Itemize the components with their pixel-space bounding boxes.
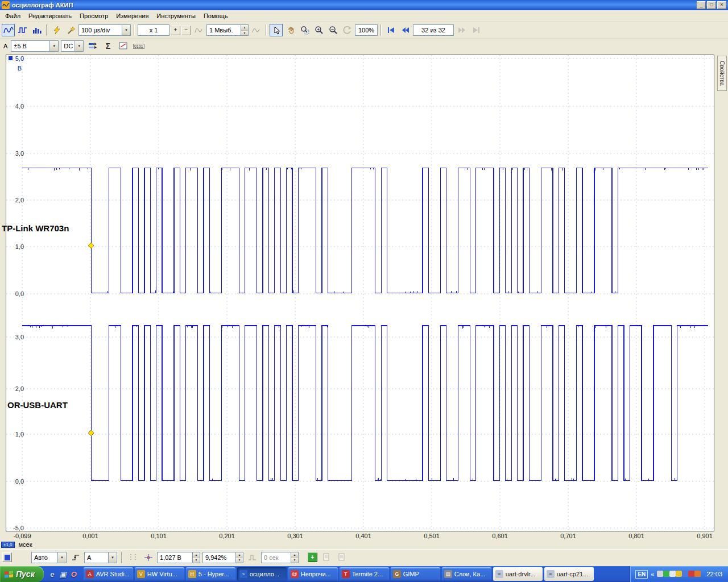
language-indicator[interactable]: EN: [635, 570, 648, 579]
main-toolbar: 100 µs/div ▼ x 1 + − 1 Мвыб. ▲▼: [0, 22, 728, 39]
channel-options-button[interactable]: [86, 40, 99, 52]
channel-range-select[interactable]: ±5 В ▼: [11, 40, 59, 52]
antivirus-tray-icon[interactable]: [663, 571, 669, 577]
waveform-display[interactable]: 5,04,03,02,01,00,0В3,02,01,00,0-5,0: [6, 55, 714, 531]
trigger-position-spinner[interactable]: 9,942% ▲▼: [202, 552, 243, 563]
dropdown-arrow-icon[interactable]: ▼: [57, 552, 66, 563]
channel-coupling-select[interactable]: DC ▼: [61, 40, 84, 52]
cursor-tool-button[interactable]: [126, 551, 139, 564]
separator: [121, 552, 122, 563]
hyperterminal-icon: H: [188, 570, 196, 578]
task-button-uart-drvlr-doc[interactable]: ≡uart-drvlr...: [493, 567, 543, 581]
zoom-level-field[interactable]: 100%: [355, 24, 378, 36]
buffer-size-spinner[interactable]: 1 Мвыб. ▲▼: [206, 24, 249, 36]
spinner-buttons[interactable]: ▲▼: [235, 552, 243, 563]
menu-item-5[interactable]: Помощь: [200, 11, 232, 21]
internet-explorer-icon[interactable]: e: [48, 569, 57, 579]
trigger-channel-color-button[interactable]: [2, 552, 12, 562]
pan-hand-tool-button[interactable]: [284, 24, 297, 36]
show-desktop-icon[interactable]: ▣: [59, 569, 68, 579]
frame-counter-field[interactable]: 32 из 32: [413, 24, 454, 36]
spinner-buttons: ▲▼: [291, 552, 298, 563]
logic-mode-button[interactable]: [16, 24, 29, 36]
task-button-mail-unread[interactable]: @Непрочи...: [288, 567, 338, 581]
menu-item-1[interactable]: Редактировать: [24, 11, 76, 21]
zoom-undo-button: [341, 24, 354, 36]
trigger-edge-button[interactable]: [69, 551, 82, 564]
separator: [380, 24, 382, 36]
spectrum-mode-button[interactable]: [30, 24, 43, 36]
pointer-tool-button[interactable]: [270, 24, 283, 36]
autosetup-wand-button[interactable]: [64, 24, 77, 36]
task-button-avr-studio[interactable]: AAVR Studi...: [84, 567, 133, 581]
channel-coupling-value: DC: [61, 43, 75, 49]
task-button-oscilloscope[interactable]: ~осцилло...: [237, 567, 287, 581]
dropdown-arrow-icon[interactable]: ▼: [122, 25, 130, 35]
svg-text:4,0: 4,0: [15, 103, 24, 110]
title-bar: осциллограф АКИП _ □ ×: [0, 0, 728, 10]
task-button-hyperterminal[interactable]: H5 - Hyper...: [186, 567, 235, 581]
trigger-source-select[interactable]: A ▼: [84, 552, 117, 563]
separator: [266, 24, 267, 36]
task-button-termite[interactable]: TTermite 2...: [340, 567, 389, 581]
math-channel-button[interactable]: [117, 40, 130, 52]
trigger-mode-select[interactable]: Авто ▼: [31, 552, 67, 563]
scale-plus-button[interactable]: +: [171, 26, 180, 35]
scale-minus-button[interactable]: −: [181, 26, 191, 35]
start-button[interactable]: Пуск: [0, 566, 44, 582]
maximize-button[interactable]: □: [707, 1, 716, 9]
dropdown-arrow-icon[interactable]: ▼: [108, 552, 117, 563]
messenger-tray-icon[interactable]: [682, 571, 688, 577]
prev-frame-button[interactable]: [399, 24, 412, 36]
add-measurement-button[interactable]: +: [308, 552, 317, 562]
trace-label-usbuart: OR-USB-UART: [7, 400, 68, 410]
update-tray-icon[interactable]: [694, 571, 701, 577]
holdoff-pulse-icon: [246, 551, 259, 564]
crosshair-tool-button[interactable]: [142, 551, 155, 564]
spinner-buttons[interactable]: ▲▼: [192, 552, 200, 563]
gimp-layers-icon: ▤: [444, 570, 452, 578]
close-button[interactable]: ×: [717, 1, 726, 9]
tray-chevron-icon[interactable]: «: [651, 571, 654, 577]
gimp-icon: G: [393, 570, 401, 578]
logic-analyzer-button[interactable]: 0101: [132, 40, 145, 52]
alert-tray-icon[interactable]: [688, 571, 694, 577]
menu-item-0[interactable]: Файл: [1, 11, 24, 21]
dropdown-arrow-icon[interactable]: ▼: [75, 41, 83, 51]
taskbar-clock: 22:03: [706, 571, 722, 577]
trigger-position-value: 9,942%: [203, 554, 235, 561]
task-button-gimp[interactable]: GGIMP: [391, 567, 440, 581]
task-label: осцилло...: [250, 571, 279, 577]
menu-item-2[interactable]: Просмотр: [76, 11, 112, 21]
scope-mode-button[interactable]: [2, 24, 15, 36]
zoom-in-button[interactable]: [312, 24, 325, 36]
opera-icon[interactable]: O: [69, 569, 78, 579]
plot-area[interactable]: 5,04,03,02,01,00,0В3,02,01,00,0-5,0: [6, 55, 714, 531]
dropdown-arrow-icon[interactable]: ▼: [49, 41, 58, 51]
minimize-button[interactable]: _: [697, 1, 706, 9]
task-button-gimp-layers[interactable]: ▤Слои, Ка...: [442, 567, 491, 581]
sum-channels-button[interactable]: Σ: [101, 40, 114, 52]
zoom-window-button[interactable]: [298, 24, 311, 36]
workspace: 5,04,03,02,01,00,0В3,02,01,00,0-5,0 TP-L…: [0, 53, 728, 549]
spinner-buttons[interactable]: ▲▼: [241, 25, 248, 35]
x-tick-label: 0,701: [560, 533, 576, 539]
properties-tab[interactable]: Свойства: [717, 56, 727, 91]
first-frame-button[interactable]: [384, 24, 398, 36]
menu-item-3[interactable]: Измерения: [112, 11, 152, 21]
menu-bar: ФайлРедактироватьПросмотрИзмеренияИнстру…: [0, 10, 728, 22]
next-frame-button: [455, 24, 468, 36]
zoom-out-button[interactable]: [326, 24, 340, 36]
network-tray-icon[interactable]: [657, 571, 663, 577]
scheduler-tray-icon[interactable]: [676, 571, 682, 577]
menu-item-4[interactable]: Инструменты: [152, 11, 200, 21]
task-button-uart-cp21-doc[interactable]: ≡uart-cp21...: [544, 567, 594, 581]
autotrigger-lightning-button[interactable]: [50, 24, 63, 36]
horizontal-scale-field[interactable]: x 1: [138, 24, 169, 36]
timebase-select[interactable]: 100 µs/div ▼: [78, 24, 131, 36]
volume-tray-icon[interactable]: [669, 571, 676, 577]
spin-up-icon: ▲: [193, 552, 200, 558]
task-button-hw-virtual[interactable]: VHW Virtu...: [135, 567, 184, 581]
trigger-level-spinner[interactable]: 1,027 В ▲▼: [157, 552, 200, 563]
svg-text:0,0: 0,0: [15, 290, 24, 297]
